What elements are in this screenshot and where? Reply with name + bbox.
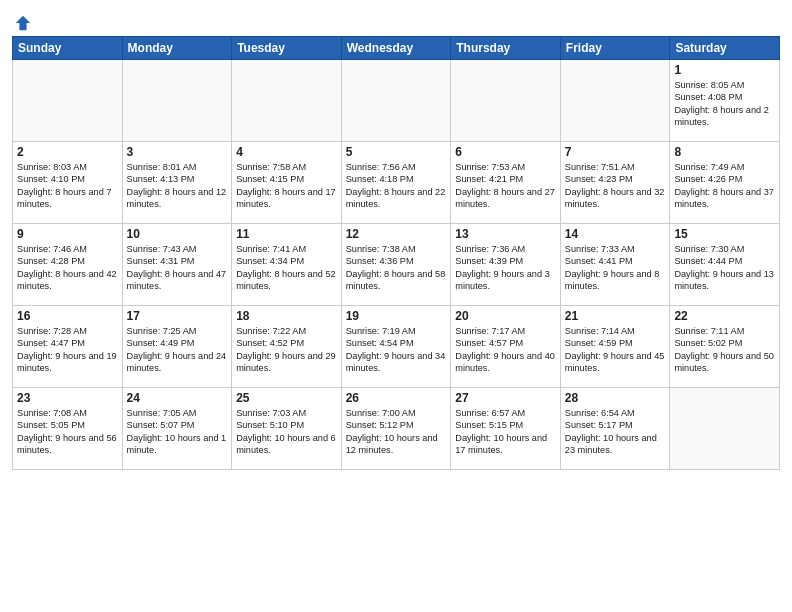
calendar-cell: 23Sunrise: 7:08 AM Sunset: 5:05 PM Dayli… [13,388,123,470]
calendar-cell: 1Sunrise: 8:05 AM Sunset: 4:08 PM Daylig… [670,60,780,142]
logo-icon [14,14,32,32]
calendar-cell: 4Sunrise: 7:58 AM Sunset: 4:15 PM Daylig… [232,142,342,224]
calendar-cell [13,60,123,142]
calendar-cell: 11Sunrise: 7:41 AM Sunset: 4:34 PM Dayli… [232,224,342,306]
day-info: Sunrise: 7:49 AM Sunset: 4:26 PM Dayligh… [674,161,775,211]
day-number: 24 [127,391,228,405]
page-container: SundayMondayTuesdayWednesdayThursdayFrid… [0,0,792,478]
calendar-cell: 8Sunrise: 7:49 AM Sunset: 4:26 PM Daylig… [670,142,780,224]
day-info: Sunrise: 7:30 AM Sunset: 4:44 PM Dayligh… [674,243,775,293]
weekday-header-monday: Monday [122,37,232,60]
day-number: 14 [565,227,666,241]
calendar-cell: 2Sunrise: 8:03 AM Sunset: 4:10 PM Daylig… [13,142,123,224]
day-number: 6 [455,145,556,159]
day-number: 4 [236,145,337,159]
calendar-cell: 7Sunrise: 7:51 AM Sunset: 4:23 PM Daylig… [560,142,670,224]
day-number: 8 [674,145,775,159]
weekday-header-friday: Friday [560,37,670,60]
day-number: 5 [346,145,447,159]
calendar-cell: 25Sunrise: 7:03 AM Sunset: 5:10 PM Dayli… [232,388,342,470]
calendar-cell: 10Sunrise: 7:43 AM Sunset: 4:31 PM Dayli… [122,224,232,306]
day-number: 20 [455,309,556,323]
day-info: Sunrise: 6:54 AM Sunset: 5:17 PM Dayligh… [565,407,666,457]
calendar-cell: 27Sunrise: 6:57 AM Sunset: 5:15 PM Dayli… [451,388,561,470]
calendar-cell: 18Sunrise: 7:22 AM Sunset: 4:52 PM Dayli… [232,306,342,388]
day-info: Sunrise: 8:05 AM Sunset: 4:08 PM Dayligh… [674,79,775,129]
weekday-header-saturday: Saturday [670,37,780,60]
calendar-cell: 16Sunrise: 7:28 AM Sunset: 4:47 PM Dayli… [13,306,123,388]
calendar-cell: 28Sunrise: 6:54 AM Sunset: 5:17 PM Dayli… [560,388,670,470]
day-number: 16 [17,309,118,323]
day-info: Sunrise: 7:46 AM Sunset: 4:28 PM Dayligh… [17,243,118,293]
day-info: Sunrise: 7:11 AM Sunset: 5:02 PM Dayligh… [674,325,775,375]
day-info: Sunrise: 7:58 AM Sunset: 4:15 PM Dayligh… [236,161,337,211]
weekday-header-wednesday: Wednesday [341,37,451,60]
calendar-cell: 6Sunrise: 7:53 AM Sunset: 4:21 PM Daylig… [451,142,561,224]
day-number: 11 [236,227,337,241]
day-info: Sunrise: 7:25 AM Sunset: 4:49 PM Dayligh… [127,325,228,375]
calendar-cell: 12Sunrise: 7:38 AM Sunset: 4:36 PM Dayli… [341,224,451,306]
day-info: Sunrise: 7:56 AM Sunset: 4:18 PM Dayligh… [346,161,447,211]
day-info: Sunrise: 7:53 AM Sunset: 4:21 PM Dayligh… [455,161,556,211]
weekday-header-thursday: Thursday [451,37,561,60]
day-info: Sunrise: 7:41 AM Sunset: 4:34 PM Dayligh… [236,243,337,293]
day-number: 12 [346,227,447,241]
calendar-week-3: 16Sunrise: 7:28 AM Sunset: 4:47 PM Dayli… [13,306,780,388]
calendar-header-row: SundayMondayTuesdayWednesdayThursdayFrid… [13,37,780,60]
day-info: Sunrise: 7:43 AM Sunset: 4:31 PM Dayligh… [127,243,228,293]
day-number: 9 [17,227,118,241]
day-info: Sunrise: 7:51 AM Sunset: 4:23 PM Dayligh… [565,161,666,211]
day-info: Sunrise: 7:03 AM Sunset: 5:10 PM Dayligh… [236,407,337,457]
calendar-cell: 5Sunrise: 7:56 AM Sunset: 4:18 PM Daylig… [341,142,451,224]
day-info: Sunrise: 8:01 AM Sunset: 4:13 PM Dayligh… [127,161,228,211]
day-number: 1 [674,63,775,77]
calendar-cell: 17Sunrise: 7:25 AM Sunset: 4:49 PM Dayli… [122,306,232,388]
day-number: 15 [674,227,775,241]
day-number: 22 [674,309,775,323]
day-number: 28 [565,391,666,405]
calendar-cell [560,60,670,142]
calendar-cell: 14Sunrise: 7:33 AM Sunset: 4:41 PM Dayli… [560,224,670,306]
calendar-week-2: 9Sunrise: 7:46 AM Sunset: 4:28 PM Daylig… [13,224,780,306]
day-number: 21 [565,309,666,323]
day-number: 26 [346,391,447,405]
day-info: Sunrise: 7:19 AM Sunset: 4:54 PM Dayligh… [346,325,447,375]
day-number: 27 [455,391,556,405]
calendar-cell [670,388,780,470]
weekday-header-sunday: Sunday [13,37,123,60]
calendar-week-0: 1Sunrise: 8:05 AM Sunset: 4:08 PM Daylig… [13,60,780,142]
calendar-cell: 15Sunrise: 7:30 AM Sunset: 4:44 PM Dayli… [670,224,780,306]
logo [12,14,32,30]
calendar-week-4: 23Sunrise: 7:08 AM Sunset: 5:05 PM Dayli… [13,388,780,470]
day-number: 10 [127,227,228,241]
calendar-table: SundayMondayTuesdayWednesdayThursdayFrid… [12,36,780,470]
day-info: Sunrise: 8:03 AM Sunset: 4:10 PM Dayligh… [17,161,118,211]
calendar-cell [451,60,561,142]
day-info: Sunrise: 7:36 AM Sunset: 4:39 PM Dayligh… [455,243,556,293]
day-info: Sunrise: 7:08 AM Sunset: 5:05 PM Dayligh… [17,407,118,457]
calendar-cell: 22Sunrise: 7:11 AM Sunset: 5:02 PM Dayli… [670,306,780,388]
day-info: Sunrise: 7:05 AM Sunset: 5:07 PM Dayligh… [127,407,228,457]
calendar-cell: 3Sunrise: 8:01 AM Sunset: 4:13 PM Daylig… [122,142,232,224]
calendar-week-1: 2Sunrise: 8:03 AM Sunset: 4:10 PM Daylig… [13,142,780,224]
weekday-header-tuesday: Tuesday [232,37,342,60]
day-info: Sunrise: 7:17 AM Sunset: 4:57 PM Dayligh… [455,325,556,375]
calendar-cell [232,60,342,142]
day-number: 18 [236,309,337,323]
day-number: 25 [236,391,337,405]
calendar-cell: 20Sunrise: 7:17 AM Sunset: 4:57 PM Dayli… [451,306,561,388]
day-info: Sunrise: 7:22 AM Sunset: 4:52 PM Dayligh… [236,325,337,375]
day-info: Sunrise: 7:33 AM Sunset: 4:41 PM Dayligh… [565,243,666,293]
calendar-cell: 24Sunrise: 7:05 AM Sunset: 5:07 PM Dayli… [122,388,232,470]
day-number: 13 [455,227,556,241]
day-number: 19 [346,309,447,323]
calendar-cell: 13Sunrise: 7:36 AM Sunset: 4:39 PM Dayli… [451,224,561,306]
day-number: 23 [17,391,118,405]
day-info: Sunrise: 7:00 AM Sunset: 5:12 PM Dayligh… [346,407,447,457]
calendar-cell [341,60,451,142]
calendar-cell: 19Sunrise: 7:19 AM Sunset: 4:54 PM Dayli… [341,306,451,388]
day-number: 7 [565,145,666,159]
day-info: Sunrise: 7:38 AM Sunset: 4:36 PM Dayligh… [346,243,447,293]
day-info: Sunrise: 7:28 AM Sunset: 4:47 PM Dayligh… [17,325,118,375]
day-info: Sunrise: 6:57 AM Sunset: 5:15 PM Dayligh… [455,407,556,457]
